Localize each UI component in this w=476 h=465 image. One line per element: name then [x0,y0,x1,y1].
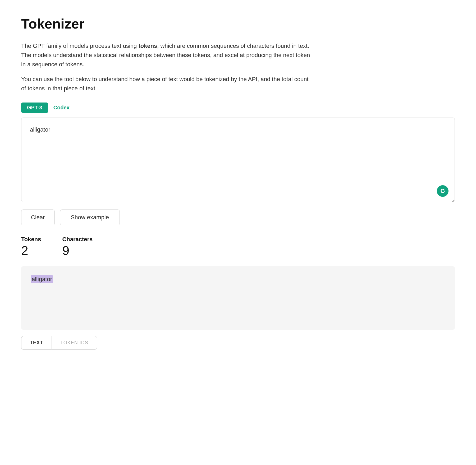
description-paragraph-2: You can use the tool below to understand… [21,75,312,93]
page-title: Tokenizer [21,16,455,32]
action-buttons: Clear Show example [21,210,455,225]
description-text-start: The GPT family of models process text us… [21,43,138,49]
grammarly-icon[interactable]: G [437,185,448,197]
model-tabs: GPT-3 Codex [21,103,455,113]
characters-value: 9 [62,244,93,258]
token-view-tabs: TEXT TOKEN IDS [21,336,455,350]
tab-gpt3[interactable]: GPT-3 [21,103,48,113]
characters-label: Characters [62,236,93,243]
tokens-label: Tokens [21,236,41,243]
token-highlighted-text: alligator [31,275,53,283]
text-input[interactable]: alligator [21,118,455,202]
description-bold-tokens: tokens [138,43,157,49]
input-container: alligator G [21,118,455,203]
tab-token-ids[interactable]: TOKEN IDS [52,336,97,350]
description-paragraph-1: The GPT family of models process text us… [21,41,312,69]
show-example-button[interactable]: Show example [60,210,120,225]
stats-row: Tokens 2 Characters 9 [21,236,455,258]
characters-stat: Characters 9 [62,236,93,258]
tab-codex[interactable]: Codex [52,103,71,113]
tokens-value: 2 [21,244,41,258]
tokens-stat: Tokens 2 [21,236,41,258]
clear-button[interactable]: Clear [21,210,55,225]
tab-text[interactable]: TEXT [21,336,52,350]
token-display-area: alligator [21,266,455,330]
